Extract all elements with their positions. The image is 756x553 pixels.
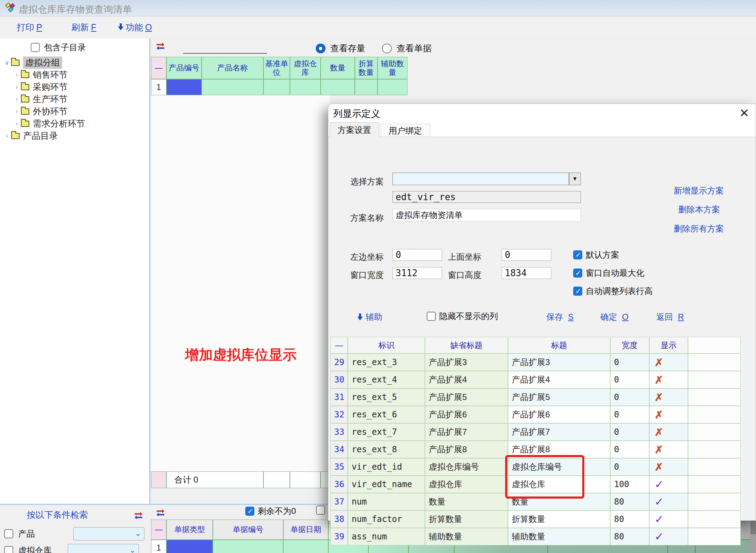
field-id-cell[interactable]: res_ext_7 <box>348 423 425 441</box>
chevron-right-icon[interactable]: › <box>13 71 21 78</box>
ok-button[interactable]: 确定O <box>600 311 629 323</box>
scheme-combobox[interactable] <box>392 173 569 185</box>
title-cell[interactable]: 产品扩展7 <box>508 423 610 441</box>
column-header-标识[interactable]: 标识 <box>348 337 425 354</box>
remain-nonzero-checkbox[interactable] <box>245 507 254 516</box>
column-definition-row[interactable]: 32res_ext_6产品扩展6产品扩展60✗ <box>330 406 741 423</box>
column-definition-row[interactable]: 31res_ext_5产品扩展5产品扩展50✗ <box>330 388 741 406</box>
visible-cell[interactable]: ✗ <box>649 388 688 406</box>
data-cell[interactable] <box>263 79 290 95</box>
row-number-cell[interactable]: 31 <box>330 388 348 406</box>
data-cell[interactable] <box>166 540 213 553</box>
radio-unselected[interactable] <box>382 44 392 53</box>
field-id-cell[interactable]: res_ext_5 <box>348 388 425 406</box>
width-cell[interactable]: 0 <box>610 354 649 371</box>
column-definition-row[interactable]: 38num_factor折算数量折算数量80✓ <box>330 510 741 528</box>
title-cell[interactable]: 折算数量 <box>508 510 610 528</box>
auto-maximize-checkbox[interactable] <box>573 268 582 278</box>
chevron-right-icon[interactable]: › <box>13 108 21 115</box>
visible-cell[interactable]: ✓ <box>649 510 688 528</box>
default-title-cell[interactable]: 虚拟仓库编号 <box>425 458 508 476</box>
column-header-数量[interactable]: 数量 <box>321 57 355 79</box>
column-header-辅助数量[interactable]: 辅助数量 <box>377 57 407 79</box>
field-id-cell[interactable]: num <box>348 493 425 510</box>
width-cell[interactable]: 100 <box>610 476 649 493</box>
chevron-right-icon[interactable]: › <box>13 120 21 127</box>
data-cell[interactable] <box>355 79 377 95</box>
radio-selected[interactable] <box>316 44 325 53</box>
title-cell[interactable]: 产品扩展4 <box>508 371 610 388</box>
tree-item-外协环节[interactable]: ›外协环节 <box>0 105 147 118</box>
menu-item-o[interactable]: 功能O <box>118 22 152 33</box>
width-cell[interactable]: 0 <box>610 388 649 406</box>
visible-cell[interactable]: ✗ <box>649 371 688 388</box>
default-scheme-row[interactable]: 默认方案 <box>573 249 619 260</box>
field-id-cell[interactable]: num_factor <box>348 510 425 528</box>
default-scheme-checkbox[interactable] <box>573 250 582 259</box>
link-delete-scheme[interactable]: 删除本方案 <box>678 204 720 215</box>
column-header-基准单位[interactable]: 基准单位 <box>263 57 290 79</box>
default-title-cell[interactable]: 虚拟仓库 <box>425 476 508 493</box>
scheme-id-field[interactable]: edt_vir_res <box>392 191 581 203</box>
row-number-cell[interactable]: 33 <box>330 423 348 441</box>
link-add-scheme[interactable]: 新增显示方案 <box>674 185 724 196</box>
width-cell[interactable]: 0 <box>610 458 649 476</box>
column-header-折算数量[interactable]: 折算数量 <box>355 57 377 79</box>
row-selector-header[interactable]: — <box>330 337 348 354</box>
chevron-down-icon[interactable]: ∨ <box>3 59 11 67</box>
title-cell[interactable]: 产品扩展3 <box>508 354 610 371</box>
field-id-cell[interactable]: vir_edt_id <box>348 458 425 476</box>
tab-用户绑定[interactable]: 用户绑定 <box>381 124 430 137</box>
title-cell[interactable]: 产品扩展5 <box>508 388 610 406</box>
field-id-cell[interactable]: res_ext_8 <box>348 441 425 458</box>
window-height-field[interactable]: 1834 <box>502 267 551 279</box>
aux-button[interactable]: 辅助 <box>357 311 382 323</box>
width-cell[interactable]: 80 <box>610 528 649 545</box>
width-cell[interactable]: 0 <box>610 441 649 458</box>
column-header-显示[interactable]: 显示 <box>649 337 688 354</box>
swap-arrows-icon[interactable] <box>156 42 165 51</box>
tree-item-生产环节[interactable]: ›生产环节 <box>0 93 147 105</box>
chevron-right-icon[interactable]: › <box>13 96 21 103</box>
close-icon[interactable]: ✕ <box>739 106 749 120</box>
column-header-单据日期[interactable]: 单据日期 <box>283 520 328 540</box>
visible-cell[interactable]: ✗ <box>649 406 688 423</box>
title-cell[interactable]: 产品扩展6 <box>508 406 610 423</box>
hide-columns-checkbox[interactable] <box>427 312 436 321</box>
tree-item-虚拟分组[interactable]: ∨虚拟分组 <box>0 56 147 69</box>
default-title-cell[interactable]: 产品扩展3 <box>425 354 508 371</box>
default-title-cell[interactable]: 产品扩展5 <box>425 388 508 406</box>
column-header-产品名称[interactable]: 产品名称 <box>202 57 263 79</box>
include-subdir-checkbox[interactable] <box>31 43 40 52</box>
data-cell[interactable] <box>377 79 407 95</box>
secondary-filter-checkbox[interactable] <box>316 506 325 515</box>
chevron-right-icon[interactable]: › <box>13 83 21 91</box>
chevron-right-icon[interactable]: › <box>3 132 11 139</box>
visible-cell[interactable]: ✓ <box>649 493 688 510</box>
visible-cell[interactable]: ✗ <box>649 354 688 371</box>
column-definition-row[interactable]: 29res_ext_3产品扩展3产品扩展30✗ <box>330 354 741 371</box>
default-title-cell[interactable]: 产品扩展6 <box>425 406 508 423</box>
default-title-cell[interactable]: 产品扩展4 <box>425 371 508 388</box>
width-cell[interactable]: 0 <box>610 406 649 423</box>
field-id-cell[interactable]: res_ext_6 <box>348 406 425 423</box>
auto-row-height-row[interactable]: 自动调整列表行高 <box>573 286 653 297</box>
column-header-单据编号[interactable]: 单据编号 <box>213 520 283 540</box>
visible-cell[interactable]: ✗ <box>649 458 688 476</box>
row-number-cell[interactable]: 36 <box>330 476 348 493</box>
default-title-cell[interactable]: 辅助数量 <box>425 528 508 545</box>
row-number-cell[interactable]: 39 <box>330 528 348 545</box>
column-header-宽度[interactable]: 宽度 <box>610 337 649 354</box>
field-id-cell[interactable]: res_ext_3 <box>348 354 425 371</box>
auto-row-height-checkbox[interactable] <box>573 287 582 296</box>
default-title-cell[interactable]: 数量 <box>425 493 508 510</box>
visible-cell[interactable]: ✓ <box>649 476 688 493</box>
row-number-cell[interactable]: 35 <box>330 458 348 476</box>
filter-checkbox-0[interactable] <box>4 529 13 538</box>
link-delete-all-schemes[interactable]: 删除所有方案 <box>674 223 724 234</box>
top-coord-field[interactable]: 0 <box>502 249 551 261</box>
width-cell[interactable]: 0 <box>610 423 649 441</box>
field-id-cell[interactable]: res_ext_4 <box>348 371 425 388</box>
width-cell[interactable]: 0 <box>610 371 649 388</box>
data-cell[interactable] <box>213 540 283 553</box>
